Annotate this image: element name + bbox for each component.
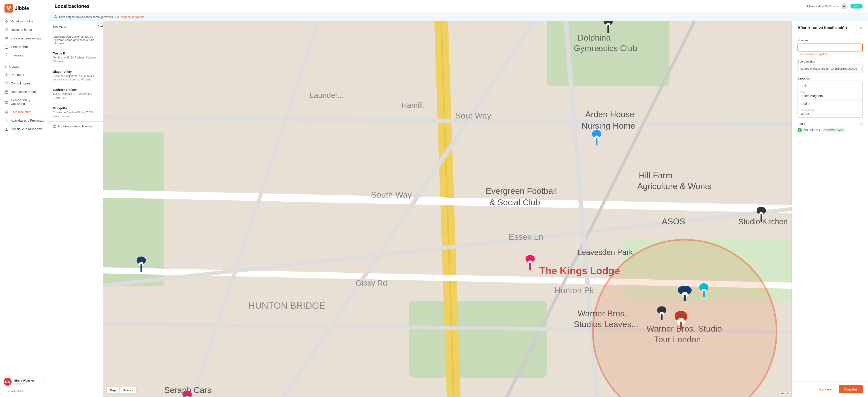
list-item[interactable]: Godric's Hollow 461 S California St, Bur…: [49, 85, 103, 103]
svg-text:Evergreen Football: Evergreen Football: [486, 186, 557, 196]
sidebar-item-personas[interactable]: Personas: [0, 70, 49, 79]
settings-section-header[interactable]: ▲ Ajustes: [0, 62, 49, 70]
svg-text:Sout Way: Sout Way: [455, 111, 491, 120]
search-bar: Radio: [49, 21, 103, 32]
svg-rect-5: [5, 22, 6, 23]
address-grid: País Código Postal: [798, 82, 863, 118]
clock-icon: [4, 28, 8, 32]
sidebar-item-localizaciones-vivo[interactable]: Localizaciones en vivo: [0, 34, 49, 42]
recomendado-badge: RECOMENDADO: [822, 129, 845, 132]
play-button[interactable]: ▶: [841, 3, 848, 9]
last-exit-text: Última salida 08:42, Hoy: [807, 5, 839, 8]
svg-text:Gipsy Rd: Gipsy Rd: [356, 279, 387, 287]
sidebar-item-label: Control horario: [11, 82, 32, 85]
radio-info-icon[interactable]: ⓘ: [859, 122, 863, 126]
svg-text:Launder...: Launder...: [310, 91, 344, 100]
svg-point-22: [6, 120, 6, 120]
collapse-button[interactable]: « COLAPSAR: [4, 388, 45, 394]
user-info[interactable]: GW Ginny Weasley Hogwarts Co ›: [4, 378, 45, 386]
nombre-error: Este campo es obligatorio: [798, 53, 863, 56]
nombre-field-group: Nombre Este campo es obligatorio: [798, 38, 863, 56]
sidebar-item-label: Consigue la aplicación: [11, 127, 42, 131]
radio-label: Radio: [798, 122, 805, 125]
direccion-field-group: Dirección País Código Postal: [798, 77, 863, 118]
svg-rect-0: [4, 4, 13, 12]
check-icon: ✓: [798, 128, 802, 133]
svg-text:The Kings Lodge: The Kings Lodge: [539, 265, 620, 276]
sidebar-item-hojas[interactable]: Hojas de horas: [0, 26, 49, 34]
filter-button[interactable]: Radio: [95, 23, 103, 29]
direccion-label: Dirección: [798, 77, 863, 80]
tag-icon: [4, 118, 8, 122]
user-name: Ginny Weasley: [14, 379, 34, 382]
search-input[interactable]: [53, 25, 92, 28]
calle-input[interactable]: [798, 82, 862, 90]
coordenadas-value: 51.692443611345816,-0.418105100000003: [798, 64, 863, 73]
svg-text:& Social Club: & Social Club: [490, 198, 540, 207]
chevron-up-icon: ▲: [4, 65, 7, 68]
collapse-label: COLAPSAR: [11, 389, 26, 393]
archived-locations-item[interactable]: Localizaciones archivadas: [49, 122, 103, 131]
nombre-label: Nombre: [798, 38, 863, 42]
svg-rect-4: [7, 20, 8, 21]
suitcase-icon: [4, 100, 8, 104]
location-list: Castle B DK Senza, 47170 Puchong Selango…: [49, 48, 103, 397]
svg-rect-15: [5, 91, 8, 94]
location-name: Godric's Hollow: [53, 88, 99, 92]
location-list-panel: Radio Organiza localizaciones que se uti…: [49, 21, 103, 397]
satellite-button[interactable]: Satellite: [120, 387, 136, 393]
sidebar-item-vacaciones[interactable]: Tiempo libre y vacaciones: [0, 96, 49, 108]
radio-header: Radio ⓘ: [798, 122, 863, 126]
sidebar-item-panel[interactable]: Panel de control: [0, 17, 49, 26]
list-item[interactable]: Diagon Alley Susur Jalil Sejahtera, 4330…: [49, 67, 103, 85]
content-area: Radio Organiza localizaciones que se uti…: [49, 21, 868, 397]
map-button[interactable]: Map: [106, 387, 119, 393]
sidebar-item-label: Actividades y Proyectos: [11, 119, 44, 122]
sidebar-item-label: Hojas de horas: [11, 28, 32, 32]
svg-text:Hamill...: Hamill...: [402, 101, 429, 110]
svg-text:Studio Kitchen: Studio Kitchen: [738, 217, 788, 226]
logo[interactable]: Jibble: [0, 0, 49, 16]
sidebar-item-tiempo[interactable]: Tiempo libre: [0, 42, 49, 51]
chevron-left-icon: «: [8, 389, 10, 393]
svg-point-14: [6, 74, 7, 75]
svg-text:Essex Ln: Essex Ln: [509, 232, 544, 242]
svg-text:Nursing Home: Nursing Home: [582, 121, 635, 131]
svg-rect-9: [5, 46, 8, 48]
sidebar-nav: Panel de control Hojas de horas Localiza…: [0, 16, 49, 375]
svg-text:Leavesden Park: Leavesden Park: [578, 248, 633, 257]
google-logo: Google: [780, 392, 790, 395]
ciudad-input[interactable]: [798, 100, 862, 108]
list-description: Organiza localizaciones que se utilizará…: [49, 32, 103, 48]
sidebar-item-actividades[interactable]: Actividades y Proyectos: [0, 116, 49, 125]
archived-label: Localizaciones archivadas: [58, 124, 92, 128]
filter-label: Radio: [98, 25, 103, 28]
person-icon: [4, 73, 8, 77]
location-name: Castle B: [53, 52, 99, 55]
map-area[interactable]: Dolphina Gymnastics Club Arden House Nur…: [103, 21, 792, 397]
sidebar-item-control[interactable]: Control horario: [0, 79, 49, 88]
sidebar-footer: GW Ginny Weasley Hogwarts Co › « COLAPSA…: [0, 375, 49, 397]
sidebar: Jibble Panel de control Hojas de horas L…: [0, 0, 49, 397]
pais-input[interactable]: [798, 90, 862, 100]
banner-link[interactable]: Ir a Horarios de trabajo: [115, 15, 144, 19]
sidebar-item-label: Horarios de trabajo: [11, 90, 37, 94]
sidebar-item-app[interactable]: Consigue la aplicación: [0, 125, 49, 133]
sidebar-item-localizaciones[interactable]: Localizaciones: [0, 108, 49, 116]
sidebar-item-label: Panel de control: [11, 20, 33, 23]
logo-text: Jibble: [15, 5, 29, 11]
location-address: 461 S California St, Burbank, CA 91505, …: [53, 92, 99, 100]
cancel-button[interactable]: Cancelar: [816, 385, 836, 393]
save-button[interactable]: Guardar: [839, 385, 863, 393]
list-item[interactable]: Castle B DK Senza, 47170 Puchong Selango…: [49, 48, 103, 67]
sidebar-item-informes[interactable]: Informes: [0, 51, 49, 60]
location-name: Gringotts: [53, 107, 99, 110]
close-button[interactable]: ✕: [859, 26, 863, 30]
svg-rect-2: [6, 5, 8, 7]
svg-text:ASOS: ASOS: [662, 217, 685, 226]
sidebar-item-horarios[interactable]: Horarios de trabajo: [0, 88, 49, 96]
grid-icon: [4, 19, 8, 23]
list-item[interactable]: Gringotts Charles de Gaulle – Étoile, 75…: [49, 103, 103, 122]
download-icon: [4, 127, 8, 131]
nombre-input[interactable]: [798, 43, 863, 52]
